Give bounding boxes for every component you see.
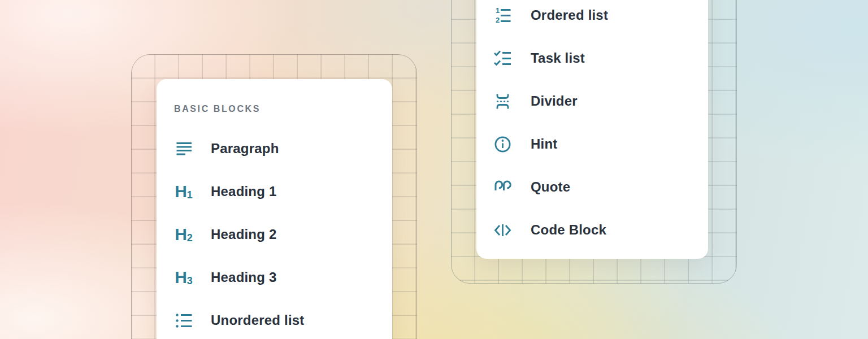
basic-blocks-menu: BASIC BLOCKS Paragraph H1 Heading 1 H2 H… xyxy=(157,79,392,339)
task-list-icon xyxy=(493,49,512,68)
menu-item-code-block[interactable]: Code Block xyxy=(493,208,698,251)
svg-text:1: 1 xyxy=(495,6,499,15)
menu-item-label: Paragraph xyxy=(211,141,279,157)
menu-item-ordered-list[interactable]: 1 2 Ordered list xyxy=(493,0,698,37)
menu-item-heading-3[interactable]: H3 Heading 3 xyxy=(174,256,382,299)
menu-item-label: Ordered list xyxy=(531,7,608,23)
heading-1-icon: H1 xyxy=(174,182,193,201)
menu-item-heading-1[interactable]: H1 Heading 1 xyxy=(174,170,382,213)
menu-item-label: Task list xyxy=(531,50,585,66)
menu-item-label: Heading 1 xyxy=(211,184,277,199)
menu-item-label: Heading 3 xyxy=(211,270,277,285)
menu-item-label: Code Block xyxy=(531,222,606,238)
blocks-menu-continued: 1 2 Ordered list Task list xyxy=(476,0,708,259)
menu-item-hint[interactable]: Hint xyxy=(493,123,698,166)
heading-2-icon: H2 xyxy=(174,225,193,244)
menu-item-divider[interactable]: Divider xyxy=(493,80,698,123)
section-header: BASIC BLOCKS xyxy=(174,99,382,119)
hint-icon xyxy=(493,134,512,154)
menu-item-paragraph[interactable]: Paragraph xyxy=(174,127,382,170)
ordered-list-icon: 1 2 xyxy=(493,6,512,25)
menu-item-quote[interactable]: Quote xyxy=(493,166,698,208)
menu-item-label: Quote xyxy=(531,179,570,195)
unordered-list-icon xyxy=(174,311,193,330)
menu-item-label: Unordered list xyxy=(211,312,305,328)
quote-icon xyxy=(493,177,512,197)
canvas: { "colors": { "accent_teal": "#2e7d97", … xyxy=(0,0,868,339)
menu-item-unordered-list[interactable]: Unordered list xyxy=(174,299,382,339)
menu-item-label: Heading 2 xyxy=(211,227,277,242)
code-block-icon xyxy=(493,220,512,240)
menu-item-label: Hint xyxy=(531,136,557,152)
menu-item-label: Divider xyxy=(531,93,578,109)
paragraph-icon xyxy=(174,139,193,158)
divider-icon xyxy=(493,92,512,111)
menu-item-heading-2[interactable]: H2 Heading 2 xyxy=(174,213,382,256)
svg-text:2: 2 xyxy=(495,16,499,24)
heading-3-icon: H3 xyxy=(174,268,193,287)
menu-item-task-list[interactable]: Task list xyxy=(493,37,698,80)
